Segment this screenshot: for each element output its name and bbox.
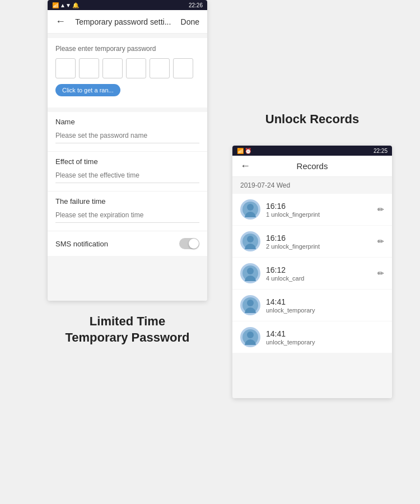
record-info-5: 14:41 unlock_temporary <box>266 329 384 346</box>
avatar-3 <box>240 263 260 283</box>
failure-time-label: The failure time <box>55 197 199 206</box>
effect-time-input[interactable] <box>55 169 199 183</box>
network-icon: ▲▼ <box>60 2 71 8</box>
record-time-4: 14:41 <box>266 297 384 306</box>
record-item-5: 14:41 unlock_temporary <box>232 321 392 353</box>
record-method-5: unlock_temporary <box>266 339 384 346</box>
password-box-2[interactable] <box>79 58 99 78</box>
left-panel: 📶 ▲▼ 🔔 22:26 ← Temporary password setti.… <box>48 0 207 301</box>
bottom-section <box>48 256 207 301</box>
password-box-5[interactable] <box>150 58 170 78</box>
unlock-records-heading: Unlock Records <box>232 112 392 127</box>
status-icons-right: 22:26 <box>189 2 203 8</box>
password-box-1[interactable] <box>55 58 76 78</box>
effect-time-section: Effect of time <box>48 151 207 191</box>
record-item-3: 16:12 4 unlock_card ✏ <box>232 258 392 290</box>
record-method-2: 2 unlock_fingerprint <box>266 243 377 250</box>
name-input[interactable] <box>55 129 199 143</box>
record-method-1: 1 unlock_fingerprint <box>266 211 377 218</box>
edit-icon-3[interactable]: ✏ <box>377 269 384 278</box>
password-section: Please enter temporary password Click to… <box>48 38 207 103</box>
status-icons-left: 📶 ▲▼ 🔔 <box>52 2 79 8</box>
avatar-1 <box>240 199 260 220</box>
avatar-2 <box>240 231 260 251</box>
right-alarm-icon: ⏰ <box>245 148 251 154</box>
password-box-6[interactable] <box>173 58 193 78</box>
sms-label: SMS notification <box>55 240 108 248</box>
password-hint: Please enter temporary password <box>55 45 199 53</box>
record-item-2: 16:16 2 unlock_fingerprint ✏ <box>232 226 392 258</box>
section-divider-mid <box>48 108 207 112</box>
record-time-2: 16:16 <box>266 234 377 242</box>
avatar-5 <box>240 327 260 347</box>
record-time-5: 14:41 <box>266 329 384 338</box>
right-time: 22:25 <box>374 148 388 154</box>
edit-icon-1[interactable]: ✏ <box>377 205 384 214</box>
done-button[interactable]: Done <box>181 17 199 26</box>
failure-time-input[interactable] <box>55 209 199 223</box>
avatar-4 <box>240 295 260 315</box>
password-boxes <box>55 58 199 78</box>
date-header: 2019-07-24 Wed <box>232 177 392 194</box>
signal-icon: 📶 <box>52 2 59 8</box>
edit-icon-2[interactable]: ✏ <box>377 237 384 246</box>
record-info-1: 16:16 1 unlock_fingerprint <box>266 202 377 218</box>
nav-bar-right: ← Records <box>232 156 392 177</box>
section-divider-top <box>48 34 207 38</box>
status-bar-right: 📶 ⏰ 22:25 <box>232 146 392 156</box>
right-signal-icon: 📶 <box>237 148 244 154</box>
back-button-left[interactable]: ← <box>55 16 66 27</box>
name-section: Name <box>48 112 207 151</box>
unlock-records-title: Unlock Records <box>232 112 392 127</box>
record-item-1: 16:16 1 unlock_fingerprint ✏ <box>232 194 392 226</box>
random-button[interactable]: Click to get a ran... <box>55 84 120 96</box>
sms-section: SMS notification <box>48 231 207 256</box>
sms-toggle[interactable] <box>179 238 199 249</box>
limited-time-heading: Limited Time Temporary Password <box>48 314 207 346</box>
record-info-3: 16:12 4 unlock_card <box>266 265 377 282</box>
time-left: 22:26 <box>189 2 203 8</box>
record-info-4: 14:41 unlock_temporary <box>266 297 384 314</box>
page-title-right: Records <box>297 161 328 171</box>
password-box-3[interactable] <box>102 58 123 78</box>
failure-time-section: The failure time <box>48 191 207 231</box>
right-panel: 📶 ⏰ 22:25 ← Records 2019-07-24 Wed 16:16… <box>232 146 392 398</box>
back-button-right[interactable]: ← <box>240 160 250 172</box>
right-status-icons-left: 📶 ⏰ <box>237 148 251 154</box>
password-box-4[interactable] <box>126 58 146 78</box>
center-label: Limited Time Temporary Password <box>48 314 207 346</box>
record-time-3: 16:12 <box>266 265 377 274</box>
record-method-4: unlock_temporary <box>266 307 384 314</box>
records-bottom-section <box>232 353 392 398</box>
wifi-icon: 🔔 <box>72 2 79 8</box>
nav-bar-left: ← Temporary password setti... Done <box>48 10 207 34</box>
record-item-4: 14:41 unlock_temporary <box>232 290 392 321</box>
record-method-3: 4 unlock_card <box>266 275 377 282</box>
right-status-icons-right: 22:25 <box>374 148 388 154</box>
record-time-1: 16:16 <box>266 202 377 211</box>
status-bar-left: 📶 ▲▼ 🔔 22:26 <box>48 0 207 10</box>
name-label: Name <box>55 118 199 126</box>
record-info-2: 16:16 2 unlock_fingerprint <box>266 234 377 250</box>
effect-time-label: Effect of time <box>55 157 199 166</box>
page-title-left: Temporary password setti... <box>75 17 171 26</box>
